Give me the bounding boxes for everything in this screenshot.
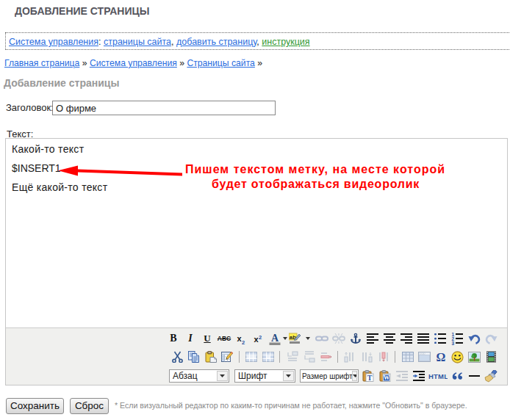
svg-text:2: 2 (259, 333, 262, 340)
svg-text:2: 2 (242, 338, 245, 344)
svg-text:Ω: Ω (437, 351, 446, 363)
svg-text:HTML: HTML (428, 372, 448, 380)
svg-text:T: T (367, 374, 373, 382)
svg-text:3: 3 (452, 341, 455, 345)
svg-text:A: A (271, 333, 279, 344)
svg-text:W: W (384, 374, 390, 381)
